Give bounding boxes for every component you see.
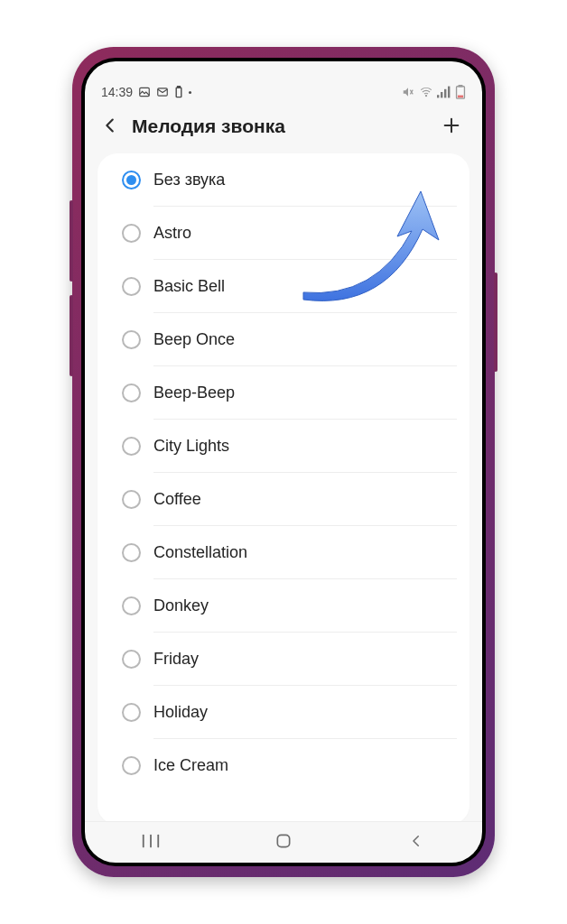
phone-frame: 14:39 (72, 47, 495, 877)
ringtone-row[interactable]: Holiday (98, 686, 469, 739)
ringtone-label: Basic Bell (153, 277, 225, 296)
system-navbar (85, 821, 482, 863)
ringtone-label: Coffee (153, 490, 201, 509)
screen: 14:39 (85, 61, 482, 863)
radio-icon[interactable] (122, 330, 141, 349)
volume-up-button (70, 200, 73, 282)
ringtone-label: Astro (153, 224, 191, 243)
image-icon (138, 86, 151, 98)
ringtone-list: Без звукаAstroBasic BellBeep OnceBeep-Be… (85, 150, 482, 821)
svg-point-4 (425, 96, 426, 97)
ringtone-label: Constellation (153, 543, 247, 562)
ringtone-row[interactable]: Donkey (98, 579, 469, 633)
signal-icon (437, 86, 451, 98)
plus-icon (442, 116, 461, 138)
status-bar: 14:39 (85, 61, 482, 103)
radio-icon[interactable] (122, 383, 141, 402)
wifi-icon (419, 86, 433, 98)
ringtone-row[interactable]: Basic Bell (98, 260, 469, 313)
mute-icon (401, 86, 415, 98)
svg-rect-5 (437, 95, 439, 97)
app-header: Мелодия звонка (85, 103, 482, 150)
ringtone-row[interactable]: Constellation (98, 526, 469, 579)
svg-rect-3 (178, 87, 181, 88)
ringtone-row[interactable]: Ice Cream (98, 739, 469, 792)
status-time: 14:39 (101, 85, 133, 99)
volume-down-button (70, 295, 73, 376)
ringtone-row[interactable]: Friday (98, 633, 469, 686)
nav-back-button[interactable] (389, 827, 443, 859)
radio-icon[interactable] (122, 650, 141, 669)
ringtone-row[interactable]: City Lights (98, 420, 469, 473)
ringtone-label: Beep Once (153, 330, 235, 349)
ringtone-label: City Lights (153, 437, 229, 456)
radio-icon[interactable] (122, 171, 141, 189)
ringtone-label: Holiday (153, 703, 208, 722)
recents-button[interactable] (124, 827, 178, 859)
radio-icon[interactable] (122, 756, 141, 775)
ringtone-row[interactable]: Beep Once (98, 313, 469, 366)
chevron-left-icon (100, 116, 120, 138)
ringtone-row[interactable]: Без звука (98, 153, 469, 207)
radio-icon[interactable] (122, 224, 141, 243)
back-button[interactable] (92, 108, 128, 144)
radio-icon[interactable] (122, 703, 141, 722)
svg-rect-2 (176, 88, 181, 97)
radio-icon[interactable] (122, 490, 141, 509)
add-button[interactable] (433, 108, 469, 144)
ringtone-label: Donkey (153, 596, 209, 615)
mail-icon (156, 86, 169, 98)
ringtone-label: Beep-Beep (153, 383, 235, 402)
page-title: Мелодия звонка (132, 116, 433, 137)
svg-rect-7 (444, 89, 446, 98)
svg-rect-8 (448, 87, 450, 98)
power-button (494, 273, 497, 372)
svg-rect-11 (458, 96, 463, 98)
ringtone-row[interactable]: Coffee (98, 473, 469, 526)
dot-icon (189, 91, 191, 94)
radio-icon[interactable] (122, 437, 141, 456)
battery-small-icon (174, 86, 183, 98)
ringtone-label: Friday (153, 650, 199, 669)
svg-rect-17 (277, 835, 289, 846)
ringtone-label: Ice Cream (153, 756, 228, 775)
svg-rect-6 (441, 92, 442, 97)
ringtone-row[interactable]: Beep-Beep (98, 366, 469, 420)
radio-icon[interactable] (122, 543, 141, 562)
radio-icon[interactable] (122, 277, 141, 296)
radio-icon[interactable] (122, 596, 141, 615)
recents-icon (141, 833, 161, 852)
battery-low-icon (455, 85, 466, 99)
chevron-left-icon (408, 833, 424, 852)
home-icon (274, 832, 293, 853)
home-button[interactable] (256, 827, 311, 859)
ringtone-row[interactable]: Astro (98, 207, 469, 260)
ringtone-label: Без звука (153, 171, 225, 189)
